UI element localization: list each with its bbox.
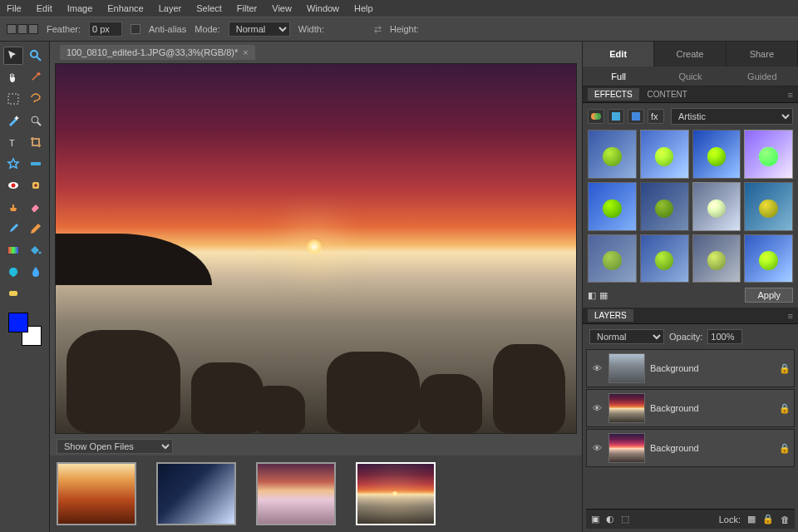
document-tab[interactable]: 100_0810_edited-1.JPG@33,3%(RGB/8)* ×: [60, 45, 255, 60]
delete-layer-icon[interactable]: 🗑: [781, 515, 790, 525]
filter-category-icon-2[interactable]: [608, 109, 624, 124]
red-eye-tool[interactable]: [3, 176, 23, 195]
effect-preset-9[interactable]: [588, 234, 637, 283]
cookie-cutter-tool[interactable]: [3, 155, 23, 173]
layer-name[interactable]: Background: [650, 363, 774, 373]
layer-name[interactable]: Background: [650, 403, 774, 413]
lock-icon[interactable]: 🔒: [779, 403, 791, 414]
effects-category-select[interactable]: Artistic: [671, 108, 793, 125]
marquee-tool[interactable]: [3, 90, 23, 108]
thumb-4[interactable]: [356, 462, 436, 525]
antialias-checkbox[interactable]: [131, 24, 140, 34]
lock-icon[interactable]: 🔒: [779, 443, 791, 454]
layer-visibility-icon[interactable]: 👁: [590, 363, 603, 373]
layer-row[interactable]: 👁 Background 🔒: [586, 389, 795, 427]
lock-all-icon[interactable]: 🔒: [762, 514, 774, 525]
menu-view[interactable]: View: [272, 3, 292, 13]
clone-stamp-tool[interactable]: [3, 198, 23, 216]
menu-image[interactable]: Image: [67, 3, 93, 13]
menu-enhance[interactable]: Enhance: [107, 3, 143, 13]
panel-tab-layers[interactable]: LAYERS: [588, 309, 633, 322]
apply-button[interactable]: Apply: [745, 288, 793, 303]
menu-file[interactable]: File: [7, 3, 22, 13]
lasso-tool[interactable]: [27, 90, 47, 108]
eyedropper-tool[interactable]: [27, 68, 47, 86]
type-tool[interactable]: T: [3, 133, 23, 151]
subtab-full[interactable]: Full: [583, 66, 654, 86]
zoom-tool[interactable]: [27, 47, 46, 65]
layers-panel-menu-icon[interactable]: ≡: [788, 311, 793, 321]
thumb-3[interactable]: [256, 462, 336, 525]
layer-visibility-icon[interactable]: 👁: [590, 443, 603, 453]
quick-selection-tool[interactable]: [27, 111, 47, 130]
mode-select[interactable]: Normal: [229, 22, 290, 37]
shape-tool[interactable]: [3, 263, 23, 281]
hand-tool[interactable]: [3, 68, 23, 86]
effects-panel-menu-icon[interactable]: ≡: [788, 90, 793, 100]
effect-preset-11[interactable]: [692, 234, 741, 283]
filter-category-icon-4[interactable]: fx: [648, 109, 664, 124]
effects-footer-icon-2[interactable]: ▦: [599, 290, 608, 301]
crop-tool[interactable]: [27, 133, 47, 151]
sponge-tool[interactable]: [3, 284, 23, 303]
arrange-icons[interactable]: [7, 24, 38, 34]
effect-preset-2[interactable]: [640, 130, 689, 179]
menu-help[interactable]: Help: [354, 3, 373, 13]
menu-edit[interactable]: Edit: [37, 3, 52, 13]
lock-pixels-icon[interactable]: ▩: [747, 514, 756, 525]
move-tool[interactable]: [3, 47, 23, 65]
subtab-quick[interactable]: Quick: [654, 66, 726, 86]
effect-preset-5[interactable]: [588, 182, 637, 231]
layer-row[interactable]: 👁 Background 🔒: [586, 429, 795, 467]
effect-preset-8[interactable]: [744, 182, 793, 231]
menu-window[interactable]: Window: [307, 3, 339, 13]
filter-category-icon-3[interactable]: [628, 109, 644, 124]
color-swatches[interactable]: [8, 313, 42, 346]
blur-tool[interactable]: [27, 263, 47, 281]
effect-preset-7[interactable]: [692, 182, 741, 231]
new-layer-icon[interactable]: ▣: [591, 514, 599, 525]
menu-layer[interactable]: Layer: [159, 3, 182, 13]
filter-category-icon-1[interactable]: [588, 109, 604, 124]
pencil-tool[interactable]: [27, 219, 47, 238]
layer-name[interactable]: Background: [650, 443, 774, 453]
effect-preset-1[interactable]: [588, 130, 637, 179]
effects-footer-icon-1[interactable]: ◧: [588, 290, 596, 301]
tab-create[interactable]: Create: [654, 42, 726, 66]
link-layers-icon[interactable]: ⬚: [621, 514, 629, 525]
feather-input[interactable]: [89, 22, 122, 37]
foreground-color[interactable]: [8, 313, 28, 332]
adjustment-layer-icon[interactable]: ◐: [606, 514, 614, 525]
thumb-2[interactable]: [156, 462, 236, 525]
effect-preset-10[interactable]: [640, 234, 689, 283]
tab-edit[interactable]: Edit: [583, 42, 654, 66]
lock-icon[interactable]: 🔒: [779, 363, 791, 374]
straighten-tool[interactable]: [27, 155, 47, 173]
open-files-dropdown[interactable]: Show Open Files: [57, 439, 173, 454]
healing-brush-tool[interactable]: [27, 176, 47, 195]
effect-preset-3[interactable]: [692, 130, 741, 179]
subtab-guided[interactable]: Guided: [727, 66, 798, 86]
layer-visibility-icon[interactable]: 👁: [590, 403, 603, 413]
menu-select[interactable]: Select: [196, 3, 222, 13]
panel-tab-effects[interactable]: EFFECTS: [588, 88, 639, 101]
effect-preset-6[interactable]: [640, 182, 689, 231]
effect-preset-4[interactable]: [744, 130, 793, 179]
effect-preset-12[interactable]: [744, 234, 793, 283]
panel-tab-content[interactable]: CONTENT: [641, 88, 694, 101]
menu-filter[interactable]: Filter: [237, 3, 257, 13]
thumb-1[interactable]: [57, 462, 136, 525]
blend-mode-select[interactable]: Normal: [589, 329, 664, 344]
close-tab-icon[interactable]: ×: [243, 47, 248, 57]
gradient-tool[interactable]: [3, 241, 23, 259]
paint-bucket-tool[interactable]: [27, 241, 47, 259]
opacity-input[interactable]: [707, 329, 742, 344]
feather-label: Feather:: [47, 24, 81, 34]
magic-wand-tool[interactable]: [3, 111, 23, 130]
eraser-tool[interactable]: [27, 198, 47, 216]
tab-share[interactable]: Share: [727, 42, 798, 66]
swap-dimensions-icon[interactable]: ⇄: [374, 24, 382, 35]
layer-row[interactable]: 👁 Background 🔒: [586, 349, 795, 387]
brush-tool[interactable]: [3, 219, 23, 238]
canvas[interactable]: [55, 63, 577, 434]
